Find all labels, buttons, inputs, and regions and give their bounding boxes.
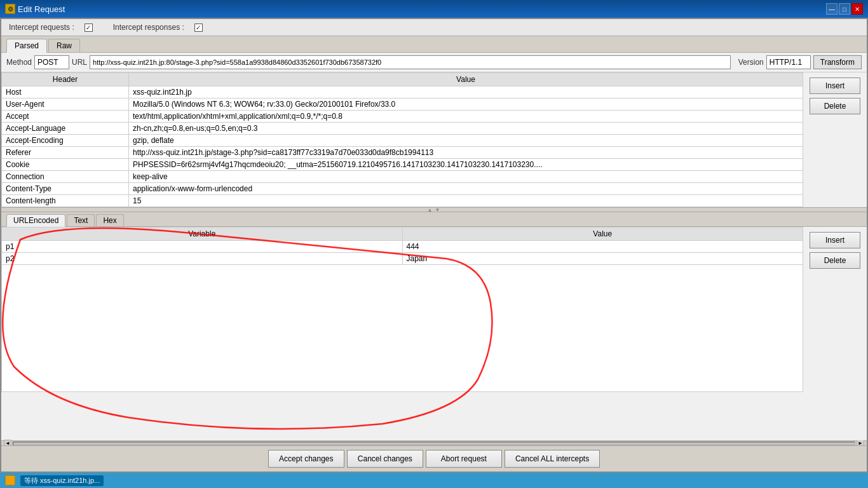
body-value-cell: 444 [402,241,803,253]
header-row[interactable]: CookiePHPSESSID=6r62srmj4vf4g17hqcmdeoiu… [2,159,803,171]
window-title: Edit Request [18,4,65,14]
body-value-cell: Japan [402,253,803,265]
headers-section: Header Value Hostxss-quiz.int21h.jpUser-… [1,72,867,207]
header-delete-button[interactable]: Delete [810,98,860,114]
header-value-cell: http://xss-quiz.int21h.jp/stage-3.php?si… [129,147,803,159]
header-name-cell: Connection [2,171,129,183]
accept-changes-button[interactable]: Accept changes [268,450,344,468]
header-row[interactable]: User-AgentMozilla/5.0 (Windows NT 6.3; W… [2,98,803,111]
header-row[interactable]: Accept-Languagezh-cn,zh;q=0.8,en-us;q=0.… [2,123,803,135]
app-icon: ⚙ [5,4,15,14]
variable-col: Variable [2,227,403,241]
sub-tab-bar: URLEncoded Text Hex [1,212,867,227]
scroll-bar[interactable]: ◄ ► [1,440,867,445]
cancel-changes-button[interactable]: Cancel changes [347,450,423,468]
body-row[interactable]: p1444 [2,241,803,253]
header-value-cell: 15 [129,195,803,207]
intercept-bar: Intercept requests : Intercept responses… [1,19,867,36]
body-row[interactable]: p2Japan [2,253,803,265]
header-name-cell: Host [2,86,129,98]
header-name-cell: Content-Type [2,183,129,195]
header-name-cell: Referer [2,147,129,159]
headers-table: Header Value Hostxss-quiz.int21h.jpUser-… [1,72,803,207]
body-section: URLEncoded Text Hex Variable Value p1 [1,212,867,440]
header-value-cell: zh-cn,zh;q=0.8,en-us;q=0.5,en;q=0.3 [129,123,803,135]
header-name-cell: Accept-Language [2,123,129,135]
header-name-cell: User-Agent [2,98,129,111]
header-row[interactable]: Hostxss-quiz.int21h.jp [2,86,803,98]
resize-handle[interactable]: ▲ ▼ [1,207,867,212]
status-indicator [5,475,15,485]
abort-request-button[interactable]: Abort request [426,450,502,468]
intercept-responses-checkbox[interactable] [194,24,203,32]
body-delete-button[interactable]: Delete [810,252,860,269]
action-bar: Accept changes Cancel changes Abort requ… [1,445,867,471]
minimize-button[interactable]: — [826,3,837,15]
body-value-col: Value [402,227,803,241]
header-value-cell: gzip, deflate [129,135,803,147]
header-row[interactable]: Content-Typeapplication/x-www-form-urlen… [2,183,803,195]
header-col: Header [2,73,129,86]
close-button[interactable]: ✕ [851,3,863,15]
title-bar: ⚙ Edit Request — □ ✕ [0,0,868,18]
intercept-requests-checkbox[interactable] [85,24,93,32]
status-text: 等待 xss-quiz.int21h.jp... [20,475,104,486]
transform-button[interactable]: Transform [813,55,862,69]
body-table: Variable Value p1444p2Japan [1,227,803,265]
header-value-cell: Mozilla/5.0 (Windows NT 6.3; WOW64; rv:3… [129,98,803,111]
sub-tab-text[interactable]: Text [67,214,95,226]
header-row[interactable]: Accept-Encodinggzip, deflate [2,135,803,147]
tab-bar: Parsed Raw [1,36,867,53]
tab-raw[interactable]: Raw [48,39,80,52]
header-insert-button[interactable]: Insert [810,78,860,94]
intercept-requests-label: Intercept requests : [9,23,74,32]
header-row[interactable]: Refererhttp://xss-quiz.int21h.jp/stage-3… [2,147,803,159]
header-name-cell: Content-length [2,195,129,207]
variable-cell: p2 [2,253,403,265]
tab-parsed[interactable]: Parsed [6,39,47,53]
url-box[interactable]: http://xss-quiz.int21h.jp:80/stage-3.php… [90,55,731,69]
header-name-cell: Accept-Encoding [2,135,129,147]
variable-cell: p1 [2,241,403,253]
method-label: Method [6,58,32,67]
header-value-cell: text/html,application/xhtml+xml,applicat… [129,111,803,123]
header-value-cell: keep-alive [129,171,803,183]
body-insert-button[interactable]: Insert [810,232,860,248]
url-label: URL [72,58,87,67]
method-box: POST [34,55,69,69]
cancel-all-intercepts-button[interactable]: Cancel ALL intercepts [505,450,600,468]
header-row[interactable]: Accepttext/html,application/xhtml+xml,ap… [2,111,803,123]
header-name-cell: Accept [2,111,129,123]
intercept-responses-label: Intercept responses : [113,23,184,32]
status-bar: 等待 xss-quiz.int21h.jp... [0,473,868,488]
version-label-text: Version [738,58,764,67]
header-row[interactable]: Content-length15 [2,195,803,207]
sub-tab-urlencoded[interactable]: URLEncoded [6,214,65,227]
header-value-cell: xss-quiz.int21h.jp [129,86,803,98]
header-name-cell: Cookie [2,159,129,171]
maximize-button[interactable]: □ [839,3,850,15]
header-value-cell: PHPSESSID=6r62srmj4vf4g17hqcmdeoiu20; __… [129,159,803,171]
header-row[interactable]: Connectionkeep-alive [2,171,803,183]
value-col: Value [129,73,803,86]
sub-tab-hex[interactable]: Hex [96,214,123,226]
request-line: Method POST URL http://xss-quiz.int21h.j… [1,53,867,72]
header-value-cell: application/x-www-form-urlencoded [129,183,803,195]
version-box: HTTP/1.1 [766,55,811,69]
